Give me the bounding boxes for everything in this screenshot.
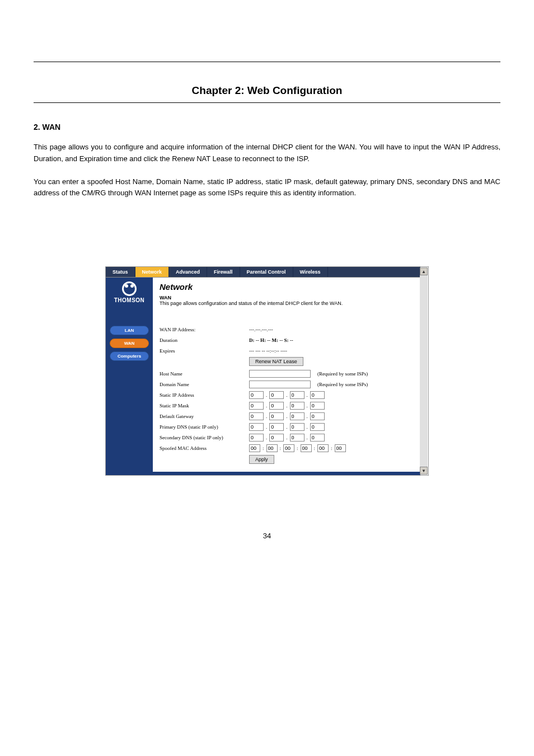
label-static-ip: Static IP Address xyxy=(160,392,249,398)
static-ip-octet-1[interactable] xyxy=(249,391,264,399)
row-domain-name: Domain Name (Required by some ISPs) xyxy=(160,380,414,389)
primary-dns-octet-1[interactable] xyxy=(249,423,264,431)
screenshot-body: THOMSON LAN WAN Computers Network WAN Th… xyxy=(106,277,420,472)
tab-wireless[interactable]: Wireless xyxy=(293,267,328,277)
scrollbar[interactable]: ▲ ▼ xyxy=(420,267,428,475)
secondary-dns-octet-1[interactable] xyxy=(249,434,264,442)
label-static-mask: Static IP Mask xyxy=(160,403,249,408)
dot-separator: . xyxy=(306,424,309,430)
row-static-ip: Static IP Address . . . xyxy=(160,391,414,400)
renew-nat-lease-button[interactable]: Renew NAT Lease xyxy=(249,357,303,366)
gateway-octet-1[interactable] xyxy=(249,412,264,420)
page-number: 34 xyxy=(34,532,500,540)
static-ip-octet-2[interactable] xyxy=(269,391,284,399)
static-mask-octet-3[interactable] xyxy=(290,402,305,410)
apply-button[interactable]: Apply xyxy=(249,455,274,464)
mac-hex-6[interactable] xyxy=(335,444,346,452)
tab-network[interactable]: Network xyxy=(135,267,170,277)
row-renew: Renew NAT Lease xyxy=(160,357,414,366)
label-spoofed-mac: Spoofed MAC Address xyxy=(160,445,249,451)
row-spoofed-mac: Spoofed MAC Address : : : : : xyxy=(160,444,414,453)
secondary-dns-octet-4[interactable] xyxy=(310,434,325,442)
brand-logo: THOMSON xyxy=(110,281,149,303)
sidebar: THOMSON LAN WAN Computers xyxy=(106,278,153,472)
mac-hex-2[interactable] xyxy=(266,444,278,452)
static-ip-octet-4[interactable] xyxy=(310,391,325,399)
label-domain-name: Domain Name xyxy=(160,382,249,387)
secondary-dns-octet-3[interactable] xyxy=(290,434,305,442)
domain-name-required-note: (Required by some ISPs) xyxy=(317,382,368,387)
colon-separator: : xyxy=(279,445,283,451)
logo-icon xyxy=(122,281,137,296)
dot-separator: . xyxy=(285,435,288,440)
label-primary-dns: Primary DNS (static IP only) xyxy=(160,424,249,430)
body-paragraph-2: You can enter a spoofed Host Name, Domai… xyxy=(34,176,500,200)
section-title: 2. WAN xyxy=(34,123,500,132)
row-expires: Expires --- --- -- --:--:-- ---- xyxy=(160,346,414,355)
mac-hex-3[interactable] xyxy=(283,444,294,452)
label-host-name: Host Name xyxy=(160,371,249,377)
row-wan-ip: WAN IP Address: ---.---.---.--- xyxy=(160,325,414,334)
gateway-octet-2[interactable] xyxy=(269,412,284,420)
static-ip-octet-3[interactable] xyxy=(290,391,305,399)
colon-separator: : xyxy=(330,445,334,451)
label-default-gateway: Default Gateway xyxy=(160,414,249,419)
logo-text: THOMSON xyxy=(114,297,145,303)
label-secondary-dns: Secondary DNS (static IP only) xyxy=(160,435,249,440)
mac-hex-4[interactable] xyxy=(301,444,312,452)
dot-separator: . xyxy=(265,435,268,440)
value-expires: --- --- -- --:--:-- ---- xyxy=(249,348,414,354)
row-host-name: Host Name (Required by some ISPs) xyxy=(160,369,414,378)
label-expires: Expires xyxy=(160,348,249,354)
scroll-up-button[interactable]: ▲ xyxy=(420,267,428,275)
page-subtitle: WAN This page allows configuration and s… xyxy=(160,295,414,306)
gateway-octet-3[interactable] xyxy=(290,412,305,420)
dot-separator: . xyxy=(265,414,268,419)
value-wan-ip: ---.---.---.--- xyxy=(249,327,414,332)
top-nav-tabs: Status Network Advanced Firewall Parenta… xyxy=(106,267,420,277)
row-apply: Apply xyxy=(160,455,414,464)
primary-dns-octet-2[interactable] xyxy=(269,423,284,431)
dot-separator: . xyxy=(265,392,268,398)
sub-heading-text: This page allows configuration and statu… xyxy=(160,300,343,306)
document-page: Chapter 2: Web Configuration 2. WAN This… xyxy=(0,62,534,540)
primary-dns-octet-4[interactable] xyxy=(310,423,325,431)
static-mask-octet-2[interactable] xyxy=(269,402,284,410)
sidebar-item-computers[interactable]: Computers xyxy=(110,351,149,361)
gateway-octet-4[interactable] xyxy=(310,412,325,420)
divider xyxy=(34,102,500,103)
tab-parental-control[interactable]: Parental Control xyxy=(240,267,293,277)
wan-form: WAN IP Address: ---.---.---.--- Duration… xyxy=(160,325,414,464)
dot-separator: . xyxy=(306,414,309,419)
secondary-dns-octet-2[interactable] xyxy=(269,434,284,442)
side-nav: LAN WAN Computers xyxy=(106,326,153,361)
host-name-input[interactable] xyxy=(249,370,311,378)
row-default-gateway: Default Gateway . . . xyxy=(160,412,414,421)
dot-separator: . xyxy=(306,435,309,440)
colon-separator: : xyxy=(296,445,299,451)
primary-dns-octet-3[interactable] xyxy=(290,423,305,431)
router-admin-screenshot: ▲ ▼ Status Network Advanced Firewall Par… xyxy=(105,266,429,476)
main-panel: Network WAN This page allows configurati… xyxy=(153,278,420,472)
sub-heading-bold: WAN xyxy=(160,295,171,300)
sidebar-item-wan[interactable]: WAN xyxy=(110,339,149,348)
mac-hex-1[interactable] xyxy=(249,444,260,452)
tab-status[interactable]: Status xyxy=(106,267,135,277)
row-static-mask: Static IP Mask . . . xyxy=(160,401,414,410)
row-duration: Duration D: -- H: -- M: -- S: -- xyxy=(160,336,414,345)
static-mask-octet-1[interactable] xyxy=(249,402,264,410)
domain-name-input[interactable] xyxy=(249,381,311,388)
tab-advanced[interactable]: Advanced xyxy=(169,267,207,277)
row-primary-dns: Primary DNS (static IP only) . . . xyxy=(160,422,414,431)
dot-separator: . xyxy=(306,392,309,398)
sidebar-item-lan[interactable]: LAN xyxy=(110,326,149,335)
label-wan-ip: WAN IP Address: xyxy=(160,327,249,332)
dot-separator: . xyxy=(306,403,309,408)
scroll-down-button[interactable]: ▼ xyxy=(420,467,428,475)
mac-hex-5[interactable] xyxy=(317,444,329,452)
tab-firewall[interactable]: Firewall xyxy=(207,267,240,277)
label-duration: Duration xyxy=(160,337,249,343)
host-name-required-note: (Required by some ISPs) xyxy=(317,371,368,377)
dot-separator: . xyxy=(285,392,288,398)
static-mask-octet-4[interactable] xyxy=(310,402,325,410)
